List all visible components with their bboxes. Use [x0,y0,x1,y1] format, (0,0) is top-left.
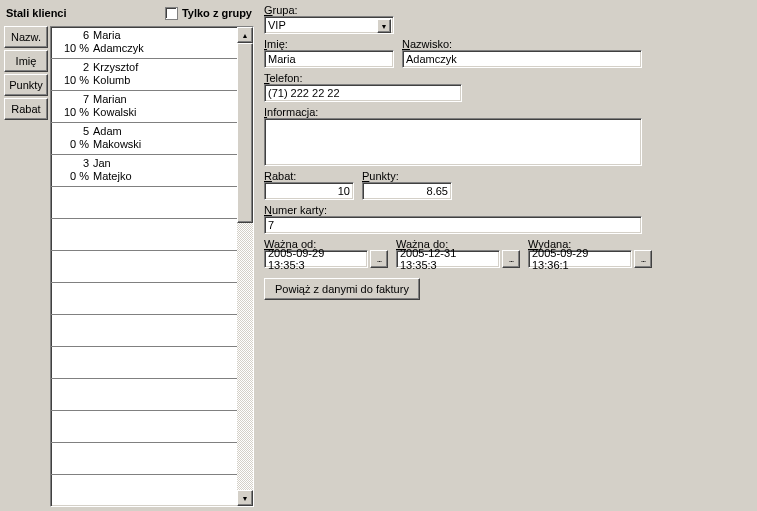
label-telefon: Telefon: [264,72,462,84]
u: G [264,4,273,16]
telefon-field[interactable]: (71) 222 22 22 [264,84,462,102]
wazna-od-field[interactable]: 2005-09-29 13:35:3 [264,250,368,268]
left-header: Stali klienci Tylko z grupy [4,4,254,22]
scroll-thumb[interactable] [237,43,253,223]
label-imie: Imię: [264,38,394,50]
chevron-down-icon: ▼ [377,19,391,33]
group-filter-label: Tylko z grupy [182,7,252,19]
label-rabat: Rabat: [264,170,354,182]
list-item[interactable] [51,443,237,475]
wydana-field[interactable]: 2005-09-29 13:36:1 [528,250,632,268]
list-item[interactable]: 50 %AdamMakowski [51,123,237,155]
list-item[interactable]: 210 %KrzysztofKolumb [51,59,237,91]
list-item[interactable] [51,187,237,219]
label-nazwisko: Nazwisko: [402,38,642,50]
client-list: 610 %MariaAdamczyk210 %KrzysztofKolumb71… [50,26,254,507]
list-item[interactable] [51,315,237,347]
list-item[interactable] [51,411,237,443]
group-filter[interactable]: Tylko z grupy [165,7,252,20]
sort-button-punkty[interactable]: Punkty [4,74,48,96]
grupa-value: VIP [268,19,286,31]
scroll-down-icon[interactable]: ▼ [237,490,253,506]
label-grupa: Grupa: [264,4,394,16]
ellipsis-icon: ... [641,254,646,264]
grupa-select[interactable]: VIP ▼ [264,16,394,34]
link-invoice-button[interactable]: Powiąż z danymi do faktury [264,278,420,300]
scrollbar[interactable]: ▲ ▼ [237,27,253,506]
label-informacja: Informacja: [264,106,642,118]
list-item[interactable] [51,251,237,283]
list-item[interactable] [51,219,237,251]
sort-button-nazw[interactable]: Nazw. [4,26,48,48]
sort-button-column: Nazw.ImięPunktyRabat [4,26,48,120]
numer-karty-field[interactable]: 7 [264,216,642,234]
wazna-od-picker-button[interactable]: ... [370,250,388,268]
list-item[interactable]: 610 %MariaAdamczyk [51,27,237,59]
wazna-do-field[interactable]: 2005-12-31 13:35:3 [396,250,500,268]
rabat-field[interactable]: 10 [264,182,354,200]
list-item[interactable]: 710 %MarianKowalski [51,91,237,123]
wydana-picker-button[interactable]: ... [634,250,652,268]
informacja-field[interactable] [264,118,642,166]
scroll-up-icon[interactable]: ▲ [237,27,253,43]
ellipsis-icon: ... [509,254,514,264]
label-numer-karty: Numer karty: [264,204,642,216]
wazna-do-picker-button[interactable]: ... [502,250,520,268]
ellipsis-icon: ... [377,254,382,264]
list-item[interactable] [51,283,237,315]
list-item[interactable] [51,379,237,411]
sort-button-rabat[interactable]: Rabat [4,98,48,120]
punkty-field[interactable]: 8.65 [362,182,452,200]
detail-form: Grupa: VIP ▼ Imię: Maria Nazwisko: Adamc… [264,4,750,304]
left-title: Stali klienci [6,7,67,19]
list-item[interactable]: 30 %JanMatejko [51,155,237,187]
sort-button-imi[interactable]: Imię [4,50,48,72]
label-punkty: Punkty: [362,170,452,182]
nazwisko-field[interactable]: Adamczyk [402,50,642,68]
list-item[interactable] [51,347,237,379]
imie-field[interactable]: Maria [264,50,394,68]
checkbox-icon [165,7,178,20]
